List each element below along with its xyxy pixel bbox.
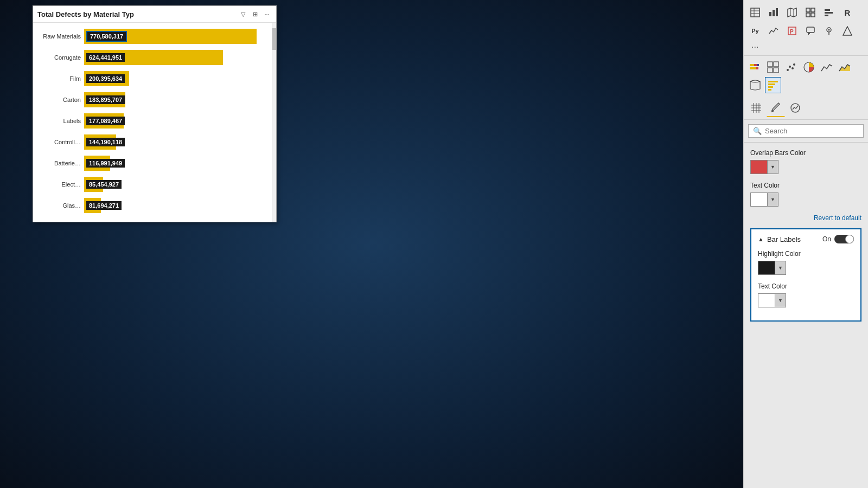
viz-row-1 [747, 59, 865, 75]
revert-default-link[interactable]: Revert to default [750, 214, 861, 222]
toggle-track[interactable] [834, 235, 854, 243]
chart-bar-4[interactable]: 177,089,467 [84, 113, 124, 129]
svg-rect-16 [825, 15, 828, 16]
analytics-icon[interactable] [786, 99, 805, 117]
viz-stacked-bar[interactable] [747, 59, 763, 75]
brush-icon[interactable] [767, 99, 785, 117]
svg-rect-32 [774, 68, 778, 73]
svg-rect-11 [811, 8, 815, 12]
bar-value-1: 624,441,951 [86, 53, 125, 62]
bar-area-8: 81,694,271 [84, 198, 272, 213]
chart-bar-8[interactable]: 81,694,271 [84, 198, 101, 213]
chart-bar-5[interactable]: 144,190,118 [84, 134, 116, 150]
bar-labels-chevron-icon[interactable]: ▲ [758, 236, 764, 242]
viz-line[interactable] [819, 59, 835, 75]
svg-text:P: P [790, 29, 794, 35]
svg-rect-28 [756, 67, 758, 69]
py-icon[interactable]: Py [747, 23, 763, 39]
bar-horiz-icon[interactable] [821, 4, 837, 21]
bar-labels-section: ▲ Bar Labels On Highlight Color ▼ Text C… [750, 228, 861, 322]
chart-bar-2[interactable]: 200,395,634 [84, 71, 129, 86]
bar-value-8: 81,694,271 [86, 201, 122, 210]
filter-icon[interactable]: ▽ [238, 9, 248, 19]
custom-icon[interactable] [839, 23, 856, 39]
bar-value-4: 177,089,467 [86, 117, 125, 125]
grid-small-icon[interactable] [747, 99, 765, 117]
overlap-bars-color-swatch[interactable] [750, 160, 768, 174]
svg-rect-31 [768, 68, 773, 73]
chart-titlebar: Total Defects by Material Typ ▽ ⊞ ··· [33, 6, 276, 23]
bar-value-3: 183,895,707 [86, 95, 125, 104]
panel-search: 🔍 [744, 120, 868, 143]
bar-labels-header: ▲ Bar Labels On [758, 235, 854, 243]
highlight-color-swatch[interactable] [758, 261, 775, 275]
text-color-swatch[interactable] [750, 192, 768, 207]
svg-rect-27 [750, 67, 756, 69]
table-row: Glas… 81,694,271 [35, 196, 272, 215]
bar-area-7: 85,454,927 [84, 177, 272, 192]
bar-label-0: Raw Materials [35, 33, 84, 40]
chart-bar-7[interactable]: 85,454,927 [84, 177, 103, 192]
chart-title: Total Defects by Material Typ [37, 10, 235, 18]
bar-area-1: 624,441,951 [84, 50, 272, 65]
grid-icon[interactable] [802, 4, 819, 21]
table-icon[interactable] [747, 4, 763, 21]
svg-rect-10 [806, 8, 810, 12]
overlap-bars-color-row: ▼ [750, 160, 861, 174]
table-row: Elect… 85,454,927 [35, 175, 272, 194]
svg-point-35 [792, 67, 794, 69]
main-canvas: Total Defects by Material Typ ▽ ⊞ ··· Ra… [0, 0, 743, 488]
chart-window: Total Defects by Material Typ ▽ ⊞ ··· Ra… [33, 5, 277, 222]
viz-grid-chart[interactable] [765, 59, 781, 75]
text-color2-row: ▼ [758, 293, 854, 307]
viz-pie[interactable] [801, 59, 817, 75]
highlight-color-dropdown[interactable]: ▼ [775, 261, 786, 275]
bar-value-7: 85,454,927 [86, 180, 122, 189]
svg-rect-15 [825, 12, 833, 14]
bar-value-6: 116,991,949 [86, 159, 125, 168]
highlight-color-row: ▼ [758, 261, 854, 275]
chart-scrollbar[interactable] [272, 23, 276, 222]
bar-label-3: Carton [35, 97, 84, 103]
svg-rect-4 [769, 12, 771, 16]
search-box[interactable]: 🔍 [748, 124, 864, 138]
viz-ribbon[interactable] [747, 77, 763, 93]
expand-icon[interactable]: ⊞ [250, 9, 260, 19]
svg-rect-39 [768, 81, 778, 82]
viz-area[interactable] [837, 59, 853, 75]
chart-bar-6[interactable]: 116,991,949 [84, 156, 110, 171]
svg-rect-40 [768, 84, 775, 85]
line-chart-icon[interactable] [765, 23, 782, 39]
svg-rect-13 [811, 13, 815, 17]
map2-icon[interactable] [821, 23, 837, 39]
svg-rect-29 [768, 62, 773, 67]
r-icon[interactable]: R [839, 4, 856, 21]
text-color2-swatch[interactable] [758, 293, 775, 307]
svg-rect-14 [825, 9, 830, 11]
panel-settings: Overlap Bars Color ▼ Text Color ▼ Revert… [744, 143, 868, 488]
overlap-bars-color-dropdown[interactable]: ▼ [768, 160, 778, 174]
text-color2-dropdown[interactable]: ▼ [775, 293, 786, 307]
speech-icon[interactable] [802, 23, 819, 39]
svg-rect-19 [807, 27, 814, 33]
search-input[interactable] [765, 127, 859, 135]
viz-grid [744, 56, 868, 97]
map-icon[interactable] [784, 4, 800, 21]
scrollbar-thumb[interactable] [272, 28, 276, 50]
powerpoint-icon[interactable]: P [784, 23, 800, 39]
bar-label-5: Controll… [35, 139, 84, 145]
chart-bar-0[interactable]: 770,580,317 [84, 29, 257, 44]
text-color-dropdown[interactable]: ▼ [768, 192, 778, 207]
chart-bar-icon[interactable] [765, 4, 782, 21]
bar-area-6: 116,991,949 [84, 156, 272, 171]
bar-label-1: Corrugate [35, 54, 84, 61]
more-icon[interactable]: ··· [262, 9, 272, 19]
svg-rect-26 [757, 64, 759, 66]
bar-labels-toggle[interactable] [834, 235, 854, 243]
text-color2-label: Text Color [758, 282, 854, 290]
viz-horiz-bar-selected[interactable] [765, 77, 781, 93]
table-row: Carton 183,895,707 [35, 91, 272, 109]
chart-bar-1[interactable]: 624,441,951 [84, 50, 223, 65]
chart-bar-3[interactable]: 183,895,707 [84, 92, 125, 107]
viz-scatter[interactable] [783, 59, 799, 75]
